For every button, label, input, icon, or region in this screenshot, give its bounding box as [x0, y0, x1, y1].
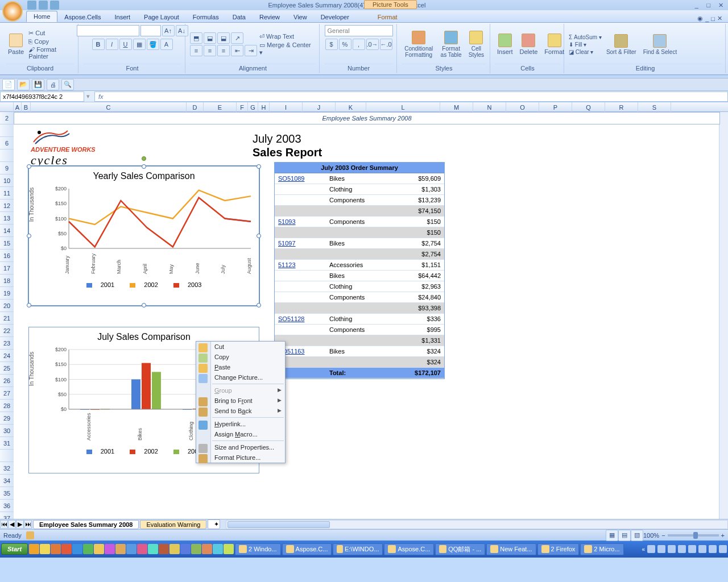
currency-button[interactable]: $ — [325, 39, 338, 50]
taskbar-item[interactable]: E:\WINDO... — [333, 543, 383, 555]
tray-icon[interactable] — [709, 545, 717, 553]
menu-item[interactable]: Format Picture... — [196, 452, 285, 463]
ql-icon[interactable] — [115, 544, 126, 554]
cell-styles-button[interactable]: Cell Styles — [466, 30, 486, 59]
ql-icon[interactable] — [94, 544, 104, 554]
worksheet[interactable]: ABCDEFGHIJKLMNOPQRS 26910111213141516171… — [0, 102, 728, 519]
percent-button[interactable]: % — [339, 39, 351, 50]
menu-item[interactable]: Paste — [196, 362, 285, 372]
merge-center-button[interactable]: ▭ Merge & Center ▾ — [259, 41, 316, 56]
ql-icon[interactable] — [51, 544, 61, 554]
fx-icon[interactable]: fx — [95, 93, 107, 100]
sheet-tab-2[interactable]: Evaluation Warning — [140, 520, 206, 529]
macro-record-icon[interactable] — [26, 531, 34, 539]
ql-icon[interactable] — [159, 544, 169, 554]
decrease-decimal-button[interactable]: ←.0 — [380, 39, 392, 50]
tray-icon[interactable] — [647, 545, 655, 553]
taskbar-item[interactable]: Aspose.C... — [384, 543, 434, 555]
yearly-sales-chart[interactable]: Yearly Sales Comparison In Thousands $0$… — [28, 166, 259, 306]
insert-cells-button[interactable]: Insert — [495, 32, 515, 56]
order-link[interactable]: 51097 — [278, 240, 296, 247]
menu-item[interactable]: Send to Back▶ — [196, 406, 285, 416]
ql-icon[interactable] — [213, 544, 223, 554]
tab-developer[interactable]: Developer — [314, 12, 356, 22]
taskbar-item[interactable]: 2 Windo... — [235, 543, 281, 555]
ql-icon[interactable] — [202, 544, 212, 554]
wrap-text-button[interactable]: ⏎ Wrap Text — [259, 33, 316, 40]
ql-icon[interactable] — [224, 544, 234, 554]
zoom-in-button[interactable]: + — [721, 532, 725, 539]
tray-icon[interactable] — [657, 545, 665, 553]
sheet-nav-next[interactable]: ▶ — [16, 520, 24, 529]
clear-button[interactable]: ◪ Clear ▾ — [569, 49, 602, 55]
comma-button[interactable]: , — [353, 39, 365, 50]
tab-insert[interactable]: Insert — [108, 12, 138, 22]
bold-button[interactable]: B — [92, 39, 105, 50]
align-top-button[interactable]: ⬒ — [190, 32, 202, 44]
tab-formulas[interactable]: Formulas — [186, 12, 226, 22]
tab-asposecells[interactable]: Aspose.Cells — [57, 12, 107, 22]
close-button[interactable]: ✕ — [715, 2, 726, 9]
qat-save-icon[interactable] — [27, 1, 36, 10]
align-left-button[interactable]: ≡ — [190, 45, 202, 56]
taskbar-item[interactable]: 2 Firefox — [537, 543, 580, 555]
ql-icon[interactable] — [83, 544, 93, 554]
conditional-formatting-button[interactable]: Conditional Formatting — [402, 30, 436, 59]
qat2-open-icon[interactable]: 📂 — [17, 79, 30, 90]
tray-icon[interactable] — [678, 545, 686, 553]
autosum-button[interactable]: Σ AutoSum ▾ — [569, 34, 602, 40]
italic-button[interactable]: I — [106, 39, 118, 50]
qat2-print-icon[interactable]: 🖨 — [47, 79, 59, 90]
fill-button[interactable]: ⬇ Fill ▾ — [569, 41, 602, 48]
align-middle-button[interactable]: ⬓ — [204, 32, 216, 44]
paste-button[interactable]: Paste — [6, 32, 26, 56]
format-cells-button[interactable]: Format — [542, 32, 566, 56]
tab-home[interactable]: Home — [26, 11, 57, 22]
qat2-preview-icon[interactable]: 🔍 — [61, 79, 74, 90]
order-link[interactable]: 51093 — [278, 218, 296, 225]
order-link[interactable]: SO51128 — [278, 315, 304, 322]
tray-icon[interactable] — [688, 545, 696, 553]
underline-button[interactable]: U — [119, 39, 132, 50]
ql-icon[interactable] — [169, 544, 180, 554]
view-layout-button[interactable]: ▤ — [618, 530, 631, 541]
indent-inc-button[interactable]: ⇥ — [245, 45, 257, 56]
taskbar-item[interactable]: New Feat... — [486, 543, 536, 555]
maximize-button[interactable]: □ — [704, 2, 714, 9]
tray-icon[interactable] — [668, 545, 676, 553]
min-ribbon-button[interactable]: _ — [705, 15, 709, 22]
ql-icon[interactable] — [72, 544, 82, 554]
office-button[interactable] — [2, 1, 23, 22]
view-normal-button[interactable]: ▦ — [606, 530, 618, 541]
zoom-control[interactable]: 100% − + — [643, 532, 725, 539]
tab-pagelayout[interactable]: Page Layout — [137, 12, 186, 22]
ql-icon[interactable] — [40, 544, 50, 554]
column-headers[interactable]: ABCDEFGHIJKLMNOPQRS — [0, 102, 728, 112]
help-icon[interactable]: ◉ — [697, 15, 703, 22]
ql-icon[interactable] — [180, 544, 191, 554]
copy-button[interactable]: ⎘ Copy — [28, 38, 75, 45]
menu-item[interactable]: Copy — [196, 352, 285, 362]
taskbar-item[interactable]: QQ邮箱 - ... — [435, 543, 485, 555]
align-right-button[interactable]: ≡ — [217, 45, 230, 56]
view-pagebreak-button[interactable]: ▧ — [631, 530, 643, 541]
qat2-save-icon[interactable]: 💾 — [32, 79, 44, 90]
delete-cells-button[interactable]: Delete — [518, 32, 540, 56]
start-button[interactable]: Start — [1, 543, 28, 555]
qat-undo-icon[interactable] — [39, 1, 48, 10]
font-size-combo[interactable] — [140, 25, 161, 36]
order-link[interactable]: SO51089 — [278, 175, 304, 182]
format-as-table-button[interactable]: Format as Table — [438, 30, 464, 59]
tab-review[interactable]: Review — [253, 12, 287, 22]
ql-icon[interactable] — [148, 544, 158, 554]
border-button[interactable]: ▦ — [133, 39, 146, 50]
sheet-nav-prev[interactable]: ◀ — [8, 520, 16, 529]
ql-icon[interactable] — [61, 544, 72, 554]
tab-view[interactable]: View — [287, 12, 314, 22]
ql-icon[interactable] — [191, 544, 201, 554]
ql-icon[interactable] — [105, 544, 115, 554]
ql-icon[interactable] — [137, 544, 147, 554]
order-link[interactable]: 51123 — [278, 261, 296, 268]
menu-item[interactable]: Hyperlink... — [196, 419, 285, 429]
cut-button[interactable]: ✂ Cut — [28, 30, 75, 37]
